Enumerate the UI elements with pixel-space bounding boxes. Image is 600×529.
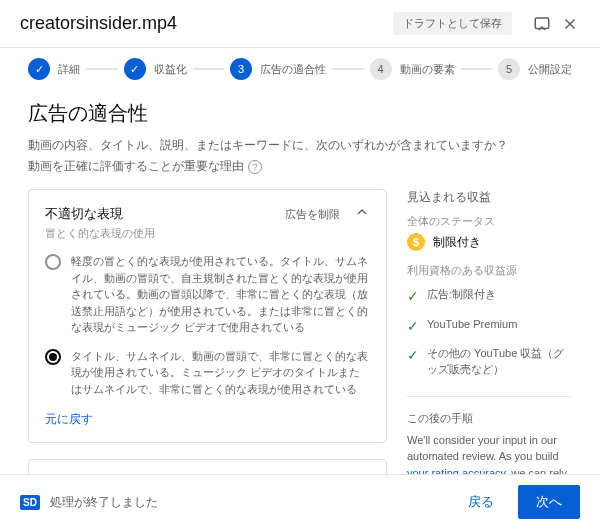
- save-draft-button[interactable]: ドラフトとして保存: [393, 12, 512, 35]
- source-item: ✓YouTube Premium: [407, 312, 572, 342]
- sources-label: 利用資格のある収益源: [407, 263, 572, 278]
- card-inappropriate-language: 不適切な表現 広告を制限 冒とく的な表現の使用 軽度の冒とく的な表現が使用されて…: [28, 189, 387, 443]
- processing-status: 処理が終了しました: [50, 494, 444, 511]
- restriction-badge: 広告を制限: [285, 207, 340, 222]
- step-visibility[interactable]: 5公開設定: [498, 58, 572, 80]
- check-icon: ✓: [407, 346, 419, 366]
- radio-icon: [45, 349, 61, 365]
- page-title: 広告の適合性: [28, 100, 572, 127]
- feedback-icon[interactable]: [532, 14, 552, 34]
- quality-badge: SD: [20, 495, 40, 510]
- accuracy-link[interactable]: your rating accuracy: [407, 467, 505, 474]
- source-item: ✓広告:制限付き: [407, 282, 572, 312]
- file-title: creatorsinsider.mp4: [20, 13, 393, 34]
- check-icon: ✓: [124, 58, 146, 80]
- next-steps-text: We'll consider your input in our automat…: [407, 432, 572, 474]
- chevron-up-icon[interactable]: [354, 204, 370, 224]
- stepper: ✓詳細 ✓収益化 3広告の適合性 4動画の要素 5公開設定: [0, 48, 600, 94]
- radio-option-mild[interactable]: 軽度の冒とく的な表現が使用されている。タイトル、サムネイル、動画の冒頭で、自主規…: [45, 253, 370, 336]
- radio-option-strong[interactable]: タイトル、サムネイル、動画の冒頭で、非常に冒とく的な表現が使用されている。ミュー…: [45, 348, 370, 398]
- why-link[interactable]: 動画を正確に評価することが重要な理由?: [28, 158, 572, 175]
- close-icon[interactable]: [560, 14, 580, 34]
- card-adult-content: アダルト コンテンツ なし 性的な行動、言葉、または表現 恋愛やキス、性交に言及…: [28, 459, 387, 474]
- card-subtitle: 冒とく的な表現の使用: [45, 226, 370, 241]
- check-icon: ✓: [407, 317, 419, 337]
- check-icon: ✓: [28, 58, 50, 80]
- reset-link[interactable]: 元に戻す: [45, 411, 93, 428]
- revenue-heading: 見込まれる収益: [407, 189, 572, 206]
- source-item: ✓その他の YouTube 収益（グッズ販売など）: [407, 341, 572, 382]
- next-button[interactable]: 次へ: [518, 485, 580, 519]
- radio-icon: [45, 254, 61, 270]
- step-ad-suitability[interactable]: 3広告の適合性: [230, 58, 326, 80]
- help-icon: ?: [248, 160, 262, 174]
- step-monetization[interactable]: ✓収益化: [124, 58, 187, 80]
- check-icon: ✓: [407, 287, 419, 307]
- card-title: 不適切な表現: [45, 205, 285, 223]
- step-details[interactable]: ✓詳細: [28, 58, 80, 80]
- page-description: 動画の内容、タイトル、説明、またはキーワードに、次のいずれかが含まれていますか？: [28, 137, 572, 154]
- sidebar-revenue: 見込まれる収益 全体のステータス $ 制限付き 利用資格のある収益源 ✓広告:制…: [407, 189, 572, 474]
- status-value: 制限付き: [433, 234, 481, 251]
- back-button[interactable]: 戻る: [454, 485, 508, 519]
- modal-header: creatorsinsider.mp4 ドラフトとして保存: [0, 0, 600, 48]
- modal-footer: SD 処理が終了しました 戻る 次へ: [0, 474, 600, 529]
- status-label: 全体のステータス: [407, 214, 572, 229]
- step-elements[interactable]: 4動画の要素: [370, 58, 455, 80]
- next-steps-heading: この後の手順: [407, 411, 572, 426]
- dollar-icon: $: [407, 233, 425, 251]
